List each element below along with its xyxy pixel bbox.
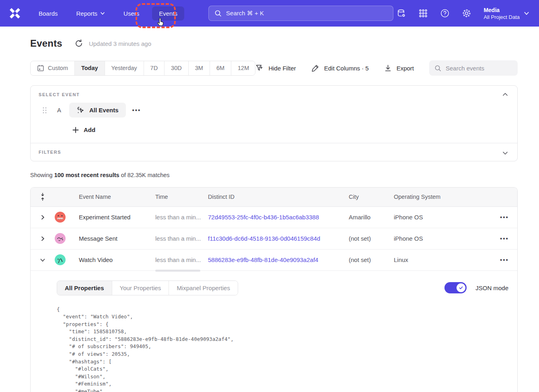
table-row[interactable]: Experiment Started less than a min... 72… bbox=[31, 207, 517, 228]
results-summary-suffix: of 82.35K matches bbox=[119, 172, 170, 178]
date-range-custom-label: Custom bbox=[48, 65, 68, 71]
column-header-time[interactable]: Time bbox=[155, 194, 208, 200]
os-cell: iPhone OS bbox=[394, 214, 492, 221]
results-summary-count: 100 most recent results bbox=[54, 172, 119, 178]
project-name: Media bbox=[483, 6, 520, 14]
calendar-icon bbox=[37, 64, 44, 72]
json-mode-toggle[interactable] bbox=[444, 282, 467, 293]
event-name-cell: Message Sent bbox=[79, 235, 155, 242]
date-range-group: Custom Today Yesterday 7D 30D 3M 6M 12M bbox=[30, 61, 255, 76]
chevron-down-icon[interactable] bbox=[502, 150, 508, 156]
mixpanel-logo-icon[interactable] bbox=[9, 7, 21, 19]
pencil-icon bbox=[311, 64, 319, 72]
data-management-icon[interactable] bbox=[397, 8, 406, 18]
event-name-cell: Watch Video bbox=[79, 256, 155, 263]
select-event-label: SELECT EVENT bbox=[39, 92, 509, 97]
drag-handle-icon[interactable] bbox=[42, 107, 47, 114]
edit-columns-label: Edit Columns · 5 bbox=[324, 65, 369, 72]
global-search-input[interactable]: Search ⌘ + K bbox=[208, 6, 393, 21]
chevron-down-icon bbox=[524, 10, 529, 16]
date-range-custom[interactable]: Custom bbox=[31, 61, 75, 75]
nav-item-users[interactable]: Users bbox=[118, 6, 145, 21]
column-header-event-name[interactable]: Event Name bbox=[79, 194, 155, 200]
table-row-expanded[interactable]: Watch Video less than a min... 5886283e-… bbox=[31, 250, 517, 271]
json-mode-label: JSON mode bbox=[475, 285, 508, 291]
chevron-down-icon bbox=[100, 11, 105, 16]
export-label: Export bbox=[397, 65, 414, 72]
filters-label: FILTERS bbox=[39, 150, 509, 155]
avatar bbox=[55, 254, 66, 265]
event-name-cell: Experiment Started bbox=[79, 214, 155, 221]
nav-item-boards[interactable]: Boards bbox=[33, 6, 64, 21]
nav-item-events[interactable]: Events bbox=[152, 6, 184, 21]
settings-gear-icon[interactable] bbox=[462, 8, 471, 18]
tab-your-properties[interactable]: Your Properties bbox=[112, 281, 169, 295]
chevron-up-icon[interactable] bbox=[502, 91, 508, 98]
date-range-12m[interactable]: 12M bbox=[231, 61, 255, 75]
city-cell: Amarillo bbox=[349, 214, 394, 221]
column-header-distinct-id[interactable]: Distinct ID bbox=[208, 194, 349, 200]
event-json-view[interactable]: { "event": "Watch Video", "properties": … bbox=[57, 306, 508, 392]
table-row[interactable]: Message Sent less than a min... f11c30d6… bbox=[31, 228, 517, 250]
table-toolbar: Hide Filter Edit Columns · 5 Export bbox=[255, 60, 518, 76]
distinct-id-link[interactable]: 72d49553-25fc-4f0c-b436-1b5ac6ab3388 bbox=[208, 214, 349, 221]
row-more-options-button[interactable]: ••• bbox=[492, 256, 517, 263]
hide-filter-button[interactable]: Hide Filter bbox=[255, 64, 296, 72]
query-builder-card: SELECT EVENT A All Events bbox=[30, 85, 518, 161]
time-cell: less than a min... bbox=[155, 256, 208, 263]
top-navigation: Boards Reports Users Events Search ⌘ + K bbox=[0, 0, 539, 27]
add-event-button[interactable]: Add bbox=[72, 126, 95, 133]
search-events-placeholder: Search events bbox=[446, 65, 484, 72]
nav-right-group: Media All Project Data bbox=[397, 6, 539, 21]
toggle-knob-check-icon bbox=[457, 283, 465, 292]
horizontal-scrollbar-thumb[interactable] bbox=[155, 270, 200, 272]
date-range-30d[interactable]: 30D bbox=[165, 61, 189, 75]
results-summary: Showing 100 most recent results of 82.35… bbox=[30, 172, 518, 178]
distinct-id-link[interactable]: 5886283e-e9fb-48fb-81de-40e9093a2af4 bbox=[208, 256, 349, 263]
chevron-right-icon[interactable] bbox=[40, 215, 45, 220]
column-header-os[interactable]: Operating System bbox=[394, 194, 492, 200]
row-more-options-button[interactable]: ••• bbox=[492, 214, 517, 221]
event-more-options-button[interactable]: ••• bbox=[132, 107, 141, 113]
row-more-options-button[interactable]: ••• bbox=[492, 235, 517, 242]
hide-filter-label: Hide Filter bbox=[268, 65, 296, 72]
chevron-right-icon[interactable] bbox=[40, 236, 45, 241]
distinct-id-link[interactable]: f11c30d6-dc6d-4518-9136-0d046159c84d bbox=[208, 235, 349, 242]
date-range-yesterday[interactable]: Yesterday bbox=[105, 61, 144, 75]
avatar bbox=[55, 212, 66, 223]
date-range-7d[interactable]: 7D bbox=[144, 61, 165, 75]
tab-mixpanel-properties[interactable]: Mixpanel Properties bbox=[169, 281, 238, 295]
edit-columns-button[interactable]: Edit Columns · 5 bbox=[311, 64, 369, 72]
clause-letter: A bbox=[56, 107, 62, 113]
page-header: Events Updated 3 minutes ago bbox=[30, 38, 518, 49]
column-header-city[interactable]: City bbox=[349, 194, 394, 200]
help-icon[interactable] bbox=[440, 8, 450, 18]
os-cell: Linux bbox=[394, 256, 492, 263]
page-title: Events bbox=[30, 38, 62, 49]
sparkle-cursor-icon bbox=[76, 106, 85, 115]
event-detail-panel: All Properties Your Properties Mixpanel … bbox=[31, 272, 517, 392]
project-scope: All Project Data bbox=[483, 14, 520, 21]
date-range-today[interactable]: Today bbox=[75, 61, 105, 75]
city-cell: (not set) bbox=[349, 256, 394, 263]
properties-tabs: All Properties Your Properties Mixpanel … bbox=[57, 281, 238, 295]
filters-section[interactable]: FILTERS bbox=[31, 143, 517, 161]
export-button[interactable]: Export bbox=[384, 64, 414, 72]
collapse-all-rows-icon[interactable] bbox=[39, 192, 46, 201]
time-cell: less than a min... bbox=[155, 214, 208, 221]
tab-all-properties[interactable]: All Properties bbox=[57, 281, 112, 295]
project-switcher[interactable]: Media All Project Data bbox=[483, 6, 529, 21]
refresh-icon[interactable] bbox=[74, 39, 83, 48]
controls-row: Custom Today Yesterday 7D 30D 3M 6M 12M … bbox=[30, 60, 518, 76]
selected-event-name: All Events bbox=[89, 107, 119, 113]
table-header-row: Event Name Time Distinct ID City Operati… bbox=[31, 188, 517, 207]
event-selector-pill[interactable]: All Events bbox=[69, 103, 126, 118]
nav-item-reports[interactable]: Reports bbox=[71, 6, 111, 21]
apps-grid-icon[interactable] bbox=[418, 8, 428, 18]
chevron-down-icon[interactable] bbox=[40, 257, 45, 263]
search-events-input[interactable]: Search events bbox=[429, 60, 518, 76]
date-range-6m[interactable]: 6M bbox=[210, 61, 231, 75]
time-cell: less than a min... bbox=[155, 235, 208, 242]
event-clause-row: A All Events ••• bbox=[39, 103, 509, 118]
date-range-3m[interactable]: 3M bbox=[189, 61, 210, 75]
